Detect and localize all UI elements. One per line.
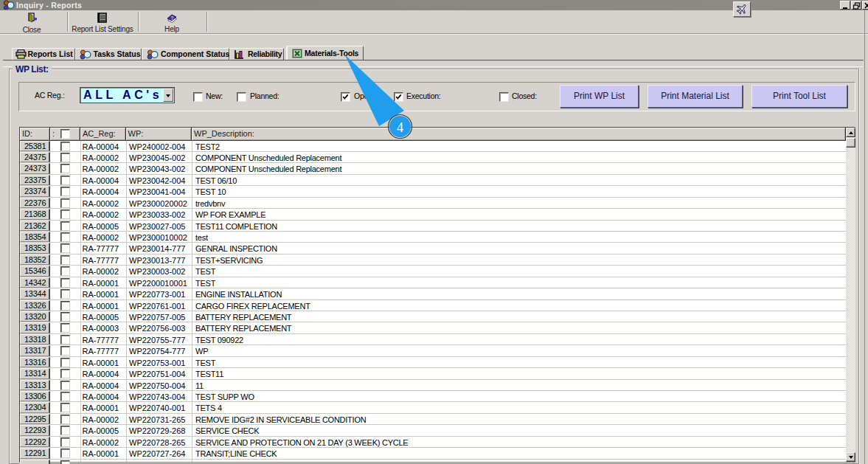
svg-text:4: 4: [397, 120, 403, 135]
